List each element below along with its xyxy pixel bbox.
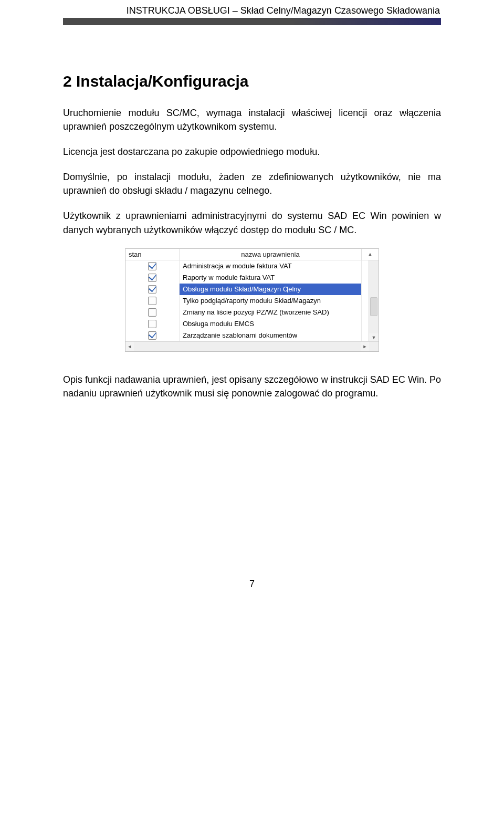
permission-label: Tylko podgląd/raporty modułu Skład/Magaz… [180, 295, 362, 307]
header-rule [63, 18, 441, 25]
vertical-scrollbar[interactable]: ▼ [369, 260, 379, 342]
checkbox-icon[interactable] [148, 331, 156, 340]
checkbox-icon[interactable] [148, 320, 156, 328]
page-number: 7 [63, 579, 441, 590]
checkbox-icon[interactable] [148, 308, 156, 317]
checkbox-icon[interactable] [148, 297, 156, 305]
table-row[interactable]: Zarządzanie szablonami dokumentów [125, 330, 379, 341]
checkbox-cell[interactable] [125, 284, 180, 295]
table-row[interactable]: Zmiany na liście pozycji PZ/WZ (tworzeni… [125, 307, 379, 318]
checkbox-cell[interactable] [125, 330, 180, 341]
paragraph-4: Użytkownik z uprawnieniami administracyj… [63, 209, 441, 236]
checkbox-icon[interactable] [148, 274, 156, 282]
scroll-right-icon[interactable]: ► [361, 342, 369, 351]
scrollbar-corner [369, 342, 379, 351]
checkbox-icon[interactable] [148, 262, 156, 270]
permission-label: Zmiany na liście pozycji PZ/WZ (tworzeni… [180, 307, 362, 318]
scroll-left-icon[interactable]: ◄ [125, 342, 134, 351]
table-row-selected[interactable]: Obsługa modułu Skład/Magazyn Celny [125, 284, 379, 295]
permission-label: Administracja w module faktura VAT [180, 260, 362, 272]
checkbox-cell[interactable] [125, 295, 180, 307]
header-stan[interactable]: stan [125, 249, 180, 260]
page-header: INSTRUKCJA OBSŁUGI – Skład Celny/Magazyn… [63, 0, 441, 25]
permission-label: Raporty w module faktura VAT [180, 272, 362, 284]
table-row[interactable]: Obsługa modułu EMCS [125, 318, 379, 330]
paragraph-2: Licencja jest dostarczana po zakupie odp… [63, 145, 441, 159]
permission-label: Obsługa modułu Skład/Magazyn Celny [180, 284, 362, 295]
paragraph-1: Uruchomienie modułu SC/MC, wymaga instal… [63, 106, 441, 133]
scrollbar-thumb[interactable] [370, 297, 377, 316]
section-heading: 2 Instalacja/Konfiguracja [63, 72, 441, 90]
table-row[interactable]: Administracja w module faktura VAT [125, 260, 379, 272]
checkbox-cell[interactable] [125, 318, 180, 330]
permission-label: Zarządzanie szablonami dokumentów [180, 330, 362, 341]
checkbox-cell[interactable] [125, 307, 180, 318]
table-header-row: stan nazwa uprawnienia ▲ [125, 249, 379, 260]
horizontal-scrollbar[interactable]: ◄ ► [125, 341, 379, 351]
permissions-table-screenshot: stan nazwa uprawnienia ▲ Administracja w… [125, 248, 379, 352]
paragraph-5: Opis funkcji nadawania uprawnień, jest o… [63, 373, 441, 400]
checkbox-cell[interactable] [125, 260, 180, 272]
header-title: INSTRUKCJA OBSŁUGI – Skład Celny/Magazyn… [63, 5, 441, 17]
table-row[interactable]: Raporty w module faktura VAT [125, 272, 379, 284]
header-nazwa[interactable]: nazwa uprawnienia [180, 249, 362, 260]
checkbox-cell[interactable] [125, 272, 180, 284]
checkbox-icon[interactable] [148, 285, 156, 294]
scroll-down-icon[interactable]: ▼ [369, 333, 379, 342]
permissions-table: stan nazwa uprawnienia ▲ Administracja w… [125, 249, 379, 341]
table-row[interactable]: Tylko podgląd/raporty modułu Skład/Magaz… [125, 295, 379, 307]
paragraph-3: Domyślnie, po instalacji modułu, żaden z… [63, 170, 441, 197]
permission-label: Obsługa modułu EMCS [180, 318, 362, 330]
scroll-up-icon[interactable]: ▲ [362, 249, 379, 260]
